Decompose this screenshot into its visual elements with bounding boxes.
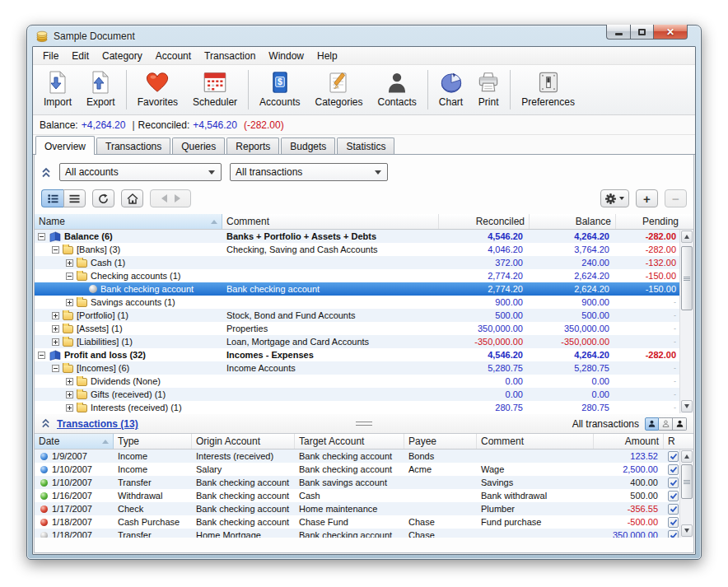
account-row[interactable]: Dividends (None) 0.00 0.00 -: [35, 375, 693, 388]
scroll-down-button[interactable]: [681, 400, 693, 412]
transaction-filter-select[interactable]: All transactions: [230, 163, 388, 181]
remove-button[interactable]: −: [665, 189, 687, 207]
expand-toggle-icon[interactable]: [66, 391, 73, 398]
reconciled-checkbox[interactable]: [668, 504, 679, 515]
splitter-handle[interactable]: [356, 422, 372, 426]
column-header-name[interactable]: Name: [35, 214, 222, 229]
column-header-type[interactable]: Type: [114, 434, 192, 449]
contacts-button[interactable]: Contacts: [371, 67, 424, 113]
expand-toggle-icon[interactable]: [66, 378, 73, 385]
tree-view-button[interactable]: [41, 189, 63, 207]
add-button[interactable]: +: [636, 189, 658, 207]
chart-button[interactable]: Chart: [432, 67, 470, 113]
tab-budgets[interactable]: Budgets: [281, 137, 335, 154]
account-row[interactable]: [Incomes] (6) Income Accounts 5,280.75 5…: [35, 361, 693, 375]
title-bar[interactable]: Sample Document ✕: [32, 26, 696, 46]
reconciled-checkbox[interactable]: [668, 530, 679, 538]
menu-transaction[interactable]: Transaction: [198, 49, 262, 63]
refresh-button[interactable]: [92, 189, 114, 207]
account-row[interactable]: [Portfolio] (1) Stock, Bond and Fund Acc…: [35, 309, 693, 322]
scroll-up-button[interactable]: [681, 450, 693, 463]
collapse-chevrons-icon[interactable]: [41, 418, 51, 429]
collapse-toggle-icon[interactable]: [52, 365, 59, 372]
account-row[interactable]: Savings accounts (1) 900.00 900.00 -: [35, 296, 693, 309]
scroll-down-button[interactable]: [681, 524, 693, 537]
column-header-balance[interactable]: Balance: [530, 214, 616, 229]
history-back-forward-buttons[interactable]: [150, 189, 191, 207]
expand-toggle-icon[interactable]: [52, 338, 59, 346]
tab-statistics[interactable]: Statistics: [337, 137, 394, 154]
reconciled-checkbox[interactable]: [668, 517, 679, 528]
expand-toggle-icon[interactable]: [66, 259, 73, 267]
transactions-scrollbar[interactable]: [679, 450, 693, 538]
tab-overview[interactable]: Overview: [35, 136, 95, 155]
scroll-up-button[interactable]: [681, 231, 693, 243]
filter-all-button[interactable]: [645, 417, 659, 431]
menu-category[interactable]: Category: [96, 49, 149, 63]
menu-account[interactable]: Account: [149, 49, 198, 63]
maximize-button[interactable]: [630, 25, 654, 40]
column-header-comment[interactable]: Comment: [477, 434, 594, 449]
menu-file[interactable]: File: [36, 49, 65, 63]
accounts-button[interactable]: $ Accounts: [252, 67, 307, 113]
minimize-button[interactable]: [606, 25, 630, 40]
import-button[interactable]: Import: [36, 67, 79, 113]
reconciled-checkbox[interactable]: [668, 451, 679, 462]
menu-help[interactable]: Help: [310, 49, 344, 63]
column-header-comment[interactable]: Comment: [222, 214, 439, 229]
menu-edit[interactable]: Edit: [65, 49, 96, 63]
flat-view-button[interactable]: [63, 189, 86, 207]
preferences-button[interactable]: Preferences: [514, 67, 582, 113]
home-button[interactable]: [121, 189, 143, 207]
account-filter-select[interactable]: All accounts: [59, 163, 222, 181]
transaction-row[interactable]: 1/16/2007 Withdrawal Bank checking accou…: [35, 489, 693, 502]
account-row-selected[interactable]: Bank checking account Bank checking acco…: [35, 282, 693, 296]
column-header-date[interactable]: Date: [35, 434, 114, 449]
menu-window[interactable]: Window: [262, 49, 310, 63]
expand-toggle-icon[interactable]: [52, 312, 59, 319]
transaction-row[interactable]: 1/17/2007 Check Bank checking account Ho…: [35, 502, 693, 515]
favorites-button[interactable]: Favorites: [130, 67, 185, 113]
transaction-row[interactable]: 1/10/2007 Transfer Bank checking account…: [35, 476, 693, 489]
transactions-count-link[interactable]: Transactions (13): [57, 418, 138, 430]
reconciled-checkbox[interactable]: [668, 464, 679, 475]
expand-toggle-icon[interactable]: [66, 299, 73, 306]
account-row[interactable]: [Liabilities] (1) Loan, Mortgage and Car…: [35, 335, 693, 348]
collapse-toggle-icon[interactable]: [38, 352, 45, 359]
close-button[interactable]: ✕: [654, 25, 688, 40]
column-header-pending[interactable]: Pending: [616, 214, 683, 229]
collapse-toggle-icon[interactable]: [66, 273, 73, 280]
collapse-toggle-icon[interactable]: [38, 233, 45, 240]
account-row[interactable]: Interests (received) (1) 280.75 280.75 -: [35, 401, 693, 414]
account-row[interactable]: [Banks] (3) Checking, Saving and Cash Ac…: [35, 243, 693, 256]
collapse-toggle-icon[interactable]: [52, 246, 59, 254]
transaction-row[interactable]: 1/18/2007 Cash Purchase Bank checking ac…: [35, 515, 693, 529]
categories-button[interactable]: Categories: [307, 67, 370, 113]
account-row[interactable]: Cash (1) 372.00 240.00 -132.00: [35, 256, 693, 269]
tab-transactions[interactable]: Transactions: [96, 137, 170, 154]
filter-reconciled-button[interactable]: [673, 417, 687, 431]
accounts-scrollbar[interactable]: [679, 230, 693, 413]
print-button[interactable]: Print: [470, 67, 506, 113]
transaction-row[interactable]: 1/9/2007 Income Interests (received) Ban…: [35, 450, 693, 463]
transaction-row[interactable]: 1/18/2007 Transfer Home Mortgage Bank ch…: [35, 529, 693, 538]
expand-toggle-icon[interactable]: [52, 325, 59, 333]
column-header-reconciled[interactable]: Reconciled: [439, 214, 530, 229]
scrollbar-thumb[interactable]: [681, 464, 693, 499]
column-header-origin[interactable]: Origin Account: [192, 434, 295, 449]
scrollbar-thumb[interactable]: [681, 246, 693, 310]
expand-toggle-icon[interactable]: [66, 404, 73, 412]
scheduler-button[interactable]: Scheduler: [185, 67, 245, 113]
column-header-amount[interactable]: Amount: [594, 434, 664, 449]
collapse-chevrons-icon[interactable]: [41, 167, 51, 178]
export-button[interactable]: Export: [79, 67, 123, 113]
tab-queries[interactable]: Queries: [172, 137, 225, 154]
settings-menu-button[interactable]: [600, 189, 629, 207]
transaction-row[interactable]: 1/10/2007 Income Salary Bank checking ac…: [35, 463, 693, 476]
account-row[interactable]: Balance (6) Banks + Portfolio + Assets +…: [35, 230, 693, 243]
column-header-reconciled-flag[interactable]: R: [664, 434, 683, 449]
reconciled-checkbox[interactable]: [668, 491, 679, 501]
account-row[interactable]: Profit and loss (32) Incomes - Expenses …: [35, 348, 693, 361]
account-row[interactable]: [Assets] (1) Properties 350,000.00 350,0…: [35, 322, 693, 335]
filter-pending-button[interactable]: [659, 417, 673, 431]
